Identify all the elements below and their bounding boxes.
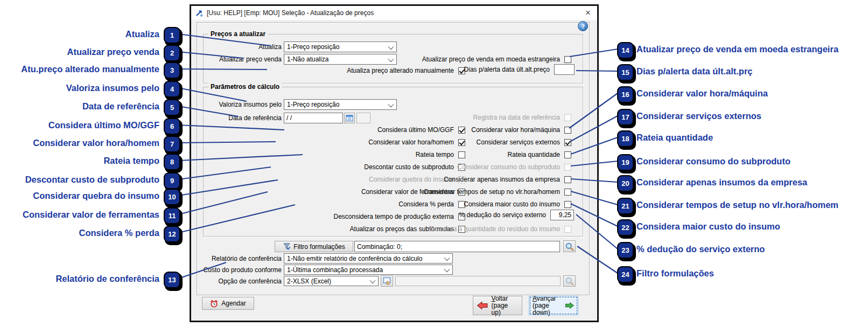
row-residuo: Desconta a quantidade do resíduo do insu… xyxy=(191,225,571,233)
chevron-down-icon xyxy=(444,255,450,261)
filtro-combinacao-field[interactable]: Combinação: 0; xyxy=(354,241,560,252)
checkbox[interactable] xyxy=(564,164,571,171)
callout-label: Considerar valor hora/máquina xyxy=(636,87,768,99)
checkbox[interactable] xyxy=(564,201,571,208)
avancar-button[interactable]: Avançar (page down) xyxy=(529,296,578,315)
valoriza-select[interactable]: 1-Preço reposição xyxy=(284,99,397,110)
callout-label: Considera maior custo do insumo xyxy=(636,220,780,232)
callout-label: Considerar tempos de setup no vlr.hora/h… xyxy=(636,199,838,211)
param-row: Considerar tempos de setup no vlr.hora/h… xyxy=(191,188,571,196)
deducao-label: % dedução do serviço externo xyxy=(191,211,546,219)
callout-badge: 23 xyxy=(617,242,634,259)
checkbox[interactable] xyxy=(564,151,571,158)
custo-select[interactable]: 1-Última combinação processada xyxy=(284,265,453,275)
checkbox-label: Considera maior custo do insumo xyxy=(191,200,560,208)
row-relatorio: Relatório de conferência 1-Não emitir re… xyxy=(191,253,453,263)
row-dias-alerta: Dias p/alerta data últ.alt.preço xyxy=(191,64,575,75)
callout-label: Filtro formulações xyxy=(636,267,714,279)
row-deducao: % dedução do serviço externo 9,25 xyxy=(191,210,574,220)
atualiza-label: Atualiza xyxy=(191,43,282,51)
callout-label: Rateia quantidade xyxy=(636,131,713,143)
callout-label: Considera % perda xyxy=(0,227,159,239)
search-button-disabled[interactable] xyxy=(563,275,576,287)
callout-badge: 21 xyxy=(617,198,634,214)
callout-badge: 2 xyxy=(164,45,180,61)
callout-label: Considerar valor hora/homem xyxy=(0,137,159,149)
custo-label: Custo do produto conforme xyxy=(191,266,282,274)
avancar-label: Avançar (page down) xyxy=(533,295,562,316)
opcao-select[interactable]: 2-XLSX (Excel) xyxy=(284,276,379,286)
voltar-button[interactable]: Voltar (page up) xyxy=(473,296,522,315)
export-button[interactable] xyxy=(381,275,393,287)
chevron-down-icon xyxy=(388,44,394,50)
row-opcao: Opção de conferência 2-XLSX (Excel) xyxy=(191,276,379,286)
relatorio-value: 1-Não emitir relatório de conferência do… xyxy=(287,255,422,262)
groupbox-precos-title: Preços a atualizar xyxy=(208,30,268,38)
atualiza-value: 1-Preço reposição xyxy=(287,43,339,51)
callout-badge: 11 xyxy=(164,207,180,224)
search-button[interactable] xyxy=(563,240,576,252)
callout-label: Considerar serviços externos xyxy=(636,110,761,122)
custo-value: 1-Última combinação processada xyxy=(287,266,383,274)
deducao-input[interactable]: 9,25 xyxy=(550,210,574,220)
relatorio-label: Relatório de conferência xyxy=(191,255,282,262)
checkbox[interactable] xyxy=(564,176,571,183)
checkbox[interactable] xyxy=(564,189,571,196)
checkbox[interactable] xyxy=(564,127,571,134)
callout-badge: 19 xyxy=(617,154,634,171)
callout-badge: 17 xyxy=(617,109,634,126)
row-moeda-estrangeira: Atualizar preço de venda em moeda estran… xyxy=(191,55,571,64)
callout-badge: 20 xyxy=(617,175,634,192)
dias-alerta-input[interactable] xyxy=(554,64,575,75)
callout-badge: 6 xyxy=(164,118,180,135)
valoriza-value: 1-Preço reposição xyxy=(287,101,339,108)
callout-label: Considerar apenas insumos da empresa xyxy=(636,176,807,188)
callout-badge: 18 xyxy=(617,130,634,147)
callout-label: Considerar consumo do subproduto xyxy=(636,155,790,167)
alarm-clock-icon xyxy=(210,300,218,308)
callout-badge: 1 xyxy=(164,27,180,44)
callout-badge: 12 xyxy=(164,226,180,242)
callout-badge: 24 xyxy=(617,266,634,283)
checkbox[interactable] xyxy=(564,139,571,146)
callout-badge: 8 xyxy=(164,154,180,170)
dialog-window: [Usu: HELP] [Emp: MOU] Seleção - Atualiz… xyxy=(190,4,599,322)
callout-label: Rateia tempo xyxy=(0,155,159,166)
callout-label: Atu.preço alterado manualmente xyxy=(0,63,159,75)
export-hand-icon xyxy=(383,277,391,285)
row-custo: Custo do produto conforme 1-Última combi… xyxy=(191,265,453,275)
callout-label: Atualiza xyxy=(0,28,159,40)
search-icon xyxy=(565,276,574,286)
row-valoriza: Valoriza insumos pelo 1-Preço reposição xyxy=(191,99,397,110)
callout-label: Relatório de conferência xyxy=(0,273,159,285)
callout-badge: 16 xyxy=(617,86,634,103)
checkbox-label: Registra na data de referência xyxy=(191,114,560,121)
callout-label: Considerar valor de ferramentas xyxy=(0,209,159,220)
chevron-down-icon xyxy=(444,266,450,272)
help-button[interactable]: ? xyxy=(578,21,588,31)
callout-label: Data de referência xyxy=(0,100,159,112)
agendar-button[interactable]: Agendar xyxy=(202,297,254,310)
relatorio-select[interactable]: 1-Não emitir relatório de conferência do… xyxy=(284,253,453,263)
valoriza-label: Valoriza insumos pelo xyxy=(191,101,282,108)
filtro-formulacoes-button[interactable]: Filtro formulações xyxy=(275,241,353,252)
close-button[interactable]: × xyxy=(585,6,591,19)
checkbox[interactable] xyxy=(564,226,571,233)
callout-badge: 4 xyxy=(164,81,180,98)
checkbox-label: Considerar serviços externos xyxy=(191,138,560,146)
param-row: Rateia quantidade xyxy=(191,150,571,159)
agendar-label: Agendar xyxy=(221,300,246,307)
checkbox[interactable] xyxy=(564,114,571,121)
app-icon xyxy=(195,9,204,17)
moeda-estrangeira-checkbox[interactable] xyxy=(564,56,571,63)
callout-label: Atualizar preço venda xyxy=(0,46,159,58)
callout-badge: 3 xyxy=(164,62,180,79)
arrow-right-icon xyxy=(565,301,575,310)
arrow-left-icon xyxy=(477,301,488,310)
callout-badge: 14 xyxy=(617,42,634,59)
atualiza-select[interactable]: 1-Preço reposição xyxy=(284,41,397,52)
window-title: [Usu: HELP] [Emp: MOU] Seleção - Atualiz… xyxy=(207,9,374,17)
opcao-path-field[interactable] xyxy=(395,276,561,286)
param-row: Considera maior custo do insumo xyxy=(191,200,571,209)
param-row: Considerar apenas insumos da empresa xyxy=(191,175,571,184)
